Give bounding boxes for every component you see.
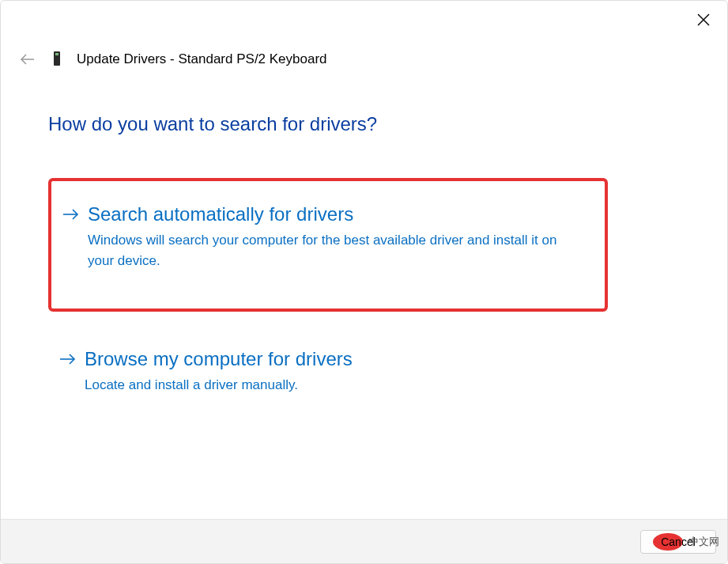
dialog-header: Update Drivers - Standard PS/2 Keyboard: [1, 1, 727, 69]
svg-rect-4: [55, 53, 58, 55]
dialog-question: How do you want to search for drivers?: [48, 113, 727, 135]
close-icon: [697, 13, 710, 26]
dialog-footer: Cancel: [1, 519, 727, 563]
option-description: Locate and install a driver manually.: [85, 375, 575, 396]
device-icon: [51, 51, 62, 68]
options-container: Search automatically for drivers Windows…: [48, 178, 608, 414]
back-button[interactable]: [18, 50, 37, 69]
arrow-right-icon: [59, 353, 77, 369]
close-button[interactable]: [694, 10, 713, 29]
option-title: Search automatically for drivers: [88, 203, 589, 225]
option-browse-computer[interactable]: Browse my computer for drivers Locate an…: [48, 335, 608, 414]
option-title: Browse my computer for drivers: [85, 348, 592, 370]
dialog-title: Update Drivers - Standard PS/2 Keyboard: [77, 51, 327, 67]
watermark-text: 中文网: [688, 535, 719, 549]
option-search-automatically[interactable]: Search automatically for drivers Windows…: [48, 178, 608, 312]
option-description: Windows will search your computer for th…: [88, 230, 578, 271]
back-arrow-icon: [20, 54, 36, 65]
arrow-right-icon: [62, 208, 80, 224]
